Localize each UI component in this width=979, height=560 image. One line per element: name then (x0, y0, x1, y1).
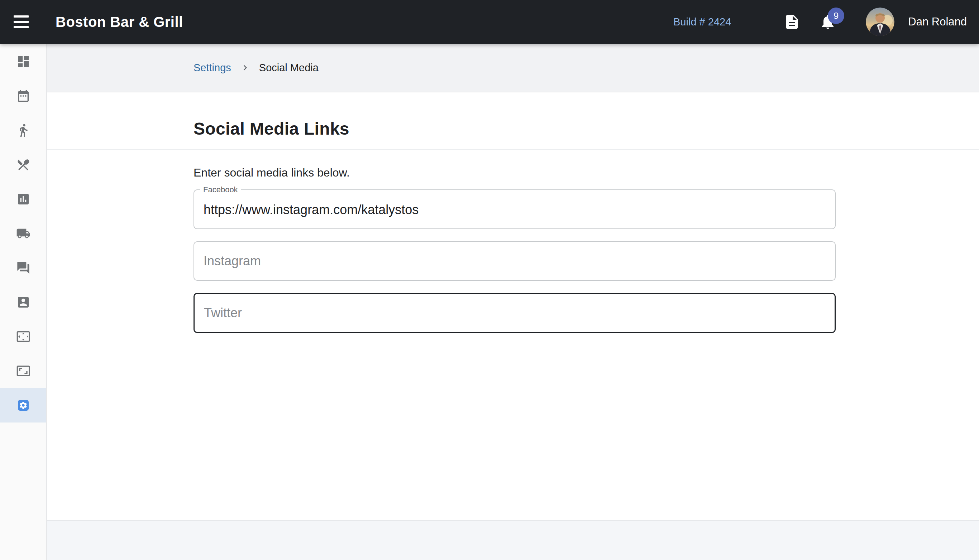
user-name: Dan Roland (908, 15, 967, 28)
breadcrumb-settings-link[interactable]: Settings (194, 62, 231, 74)
instructions-text: Enter social media links below. (194, 166, 979, 179)
heading-divider (47, 149, 979, 150)
instagram-input[interactable] (194, 242, 835, 280)
sidebar-item-messages[interactable] (0, 251, 46, 285)
app-screen: Boston Bar & Grill Build # 2424 9 (0, 0, 979, 560)
calendar-icon (16, 89, 30, 103)
sidebar-item-delivery[interactable] (0, 216, 46, 251)
instagram-field (194, 241, 836, 281)
sidebar-item-display[interactable] (0, 319, 46, 354)
chat-icon (16, 261, 30, 275)
avatar[interactable] (866, 8, 894, 36)
hamburger-icon (13, 15, 28, 18)
avatar-photo (866, 8, 894, 36)
release-notes-button[interactable] (784, 13, 800, 30)
notifications-button[interactable]: 9 (819, 13, 836, 30)
contact-card-icon (16, 295, 30, 309)
menu-button[interactable] (13, 11, 36, 33)
sidebar-item-calendar[interactable] (0, 79, 46, 113)
breadcrumb: Settings Social Media (47, 44, 979, 92)
screen-fit-icon (16, 329, 30, 344)
sidebar-item-dashboard[interactable] (0, 44, 46, 79)
twitter-input[interactable] (195, 294, 835, 332)
build-number-link[interactable]: Build # 2424 (673, 16, 731, 28)
app-title: Boston Bar & Grill (55, 14, 183, 30)
facebook-field: Facebook (194, 186, 836, 229)
walking-person-icon (16, 123, 30, 137)
social-media-form: Facebook (194, 186, 836, 333)
sidebar (0, 44, 47, 560)
document-icon (784, 13, 800, 30)
sidebar-item-reports[interactable] (0, 182, 46, 216)
sidebar-item-walkins[interactable] (0, 113, 46, 148)
twitter-field (194, 293, 836, 333)
sidebar-item-layout[interactable] (0, 354, 46, 388)
notification-badge: 9 (828, 8, 844, 24)
footer-strip (47, 520, 979, 560)
sidebar-item-menu[interactable] (0, 148, 46, 182)
truck-icon (16, 226, 30, 241)
restaurant-icon (16, 158, 30, 172)
bar-chart-icon (16, 192, 30, 206)
dashboard-icon (16, 55, 30, 69)
aspect-ratio-icon (16, 364, 30, 378)
page-title: Social Media Links (47, 92, 979, 138)
sidebar-item-contacts[interactable] (0, 285, 46, 319)
main-content: Social Media Links Enter social media li… (47, 92, 979, 520)
settings-icon (16, 398, 30, 412)
facebook-input[interactable] (194, 191, 835, 228)
sidebar-item-settings[interactable] (0, 388, 46, 423)
top-app-bar: Boston Bar & Grill Build # 2424 9 (0, 0, 979, 44)
chevron-right-icon (240, 62, 251, 73)
topbar-actions: Build # 2424 9 (673, 8, 979, 36)
breadcrumb-current: Social Media (259, 62, 319, 74)
